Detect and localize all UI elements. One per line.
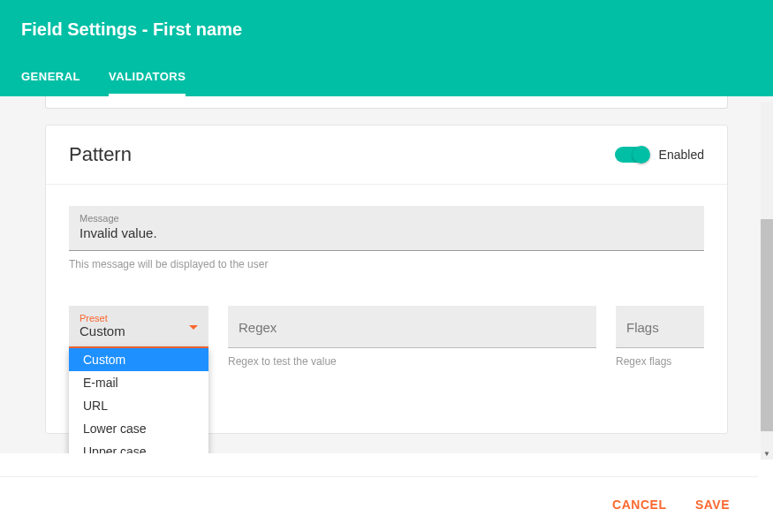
preset-option-email[interactable]: E-mail xyxy=(69,371,208,394)
chevron-down-icon xyxy=(189,325,198,330)
dialog-footer: CANCEL SAVE xyxy=(0,476,758,532)
tabs: GENERAL VALIDATORS xyxy=(21,61,752,96)
scrollbar-down-icon[interactable]: ▼ xyxy=(761,447,773,460)
preset-value: Custom xyxy=(80,323,125,338)
preset-label: Preset xyxy=(80,313,198,323)
preset-option-lowercase[interactable]: Lower case xyxy=(69,417,208,440)
preset-dropdown: Custom E-mail URL Lower case Upper case xyxy=(69,348,208,453)
pattern-card-body: Message This message will be displayed t… xyxy=(46,185,727,389)
enabled-label: Enabled xyxy=(659,148,704,162)
previous-card-edge xyxy=(45,96,728,109)
scrollbar-thumb[interactable] xyxy=(761,219,773,431)
preset-option-uppercase[interactable]: Upper case xyxy=(69,440,208,453)
flags-placeholder: Flags xyxy=(626,320,659,335)
preset-option-custom[interactable]: Custom xyxy=(69,348,208,371)
tab-general[interactable]: GENERAL xyxy=(21,61,80,96)
enabled-toggle[interactable] xyxy=(615,147,648,163)
pattern-card-header: Pattern Enabled xyxy=(46,125,727,185)
dialog-title: Field Settings - First name xyxy=(21,19,752,40)
toggle-knob xyxy=(633,146,650,163)
flags-input[interactable]: Flags xyxy=(616,306,704,348)
dialog-header: Field Settings - First name GENERAL VALI… xyxy=(0,0,773,96)
preset-option-url[interactable]: URL xyxy=(69,394,208,417)
regex-row: Preset Custom Custom E-mail URL Lower ca… xyxy=(69,306,704,348)
save-button[interactable]: SAVE xyxy=(695,498,730,512)
regex-helper: Regex to test the value xyxy=(228,355,596,368)
flags-helper: Regex flags xyxy=(616,355,704,368)
cancel-button[interactable]: CANCEL xyxy=(612,498,666,512)
message-helper: This message will be displayed to the us… xyxy=(69,258,704,270)
pattern-title: Pattern xyxy=(69,143,132,166)
regex-input[interactable]: Regex xyxy=(228,306,596,348)
preset-select[interactable]: Preset Custom Custom E-mail URL Lower ca… xyxy=(69,306,208,348)
message-input[interactable] xyxy=(80,225,693,240)
tab-validators[interactable]: VALIDATORS xyxy=(109,61,186,96)
message-field[interactable]: Message xyxy=(69,206,704,251)
pattern-card: Pattern Enabled Message This message wil… xyxy=(45,125,728,434)
content-area: Pattern Enabled Message This message wil… xyxy=(0,96,773,453)
enabled-toggle-wrap: Enabled xyxy=(615,147,704,163)
message-label: Message xyxy=(80,213,693,224)
regex-placeholder: Regex xyxy=(239,320,277,335)
